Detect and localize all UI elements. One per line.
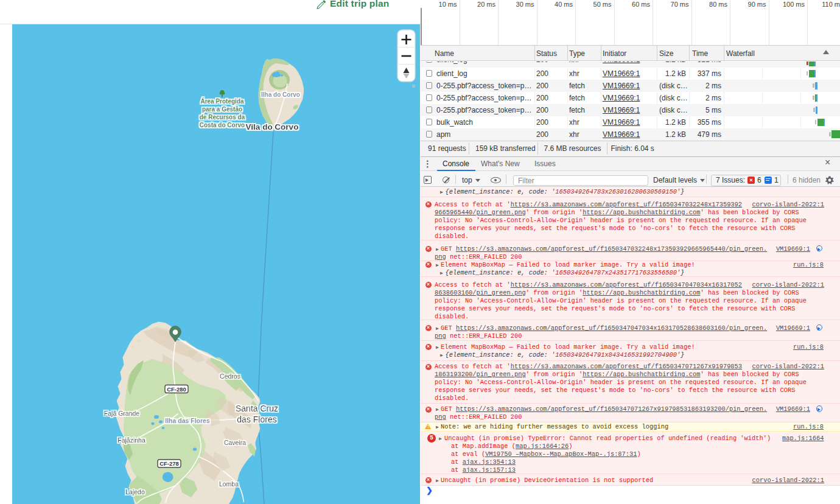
svg-text:Cedros: Cedros: [220, 373, 240, 380]
svg-text:Lomba: Lomba: [219, 480, 239, 488]
svg-text:Santa Cruz: Santa Cruz: [236, 404, 278, 413]
svg-text:das Flores: das Flores: [237, 415, 276, 424]
svg-text:de Recursos da: de Recursos da: [200, 114, 245, 121]
svg-text:Caveira: Caveira: [224, 439, 246, 446]
svg-text:Fajãzinha: Fajãzinha: [117, 436, 145, 444]
svg-text:para a Gestão: para a Gestão: [202, 106, 242, 113]
svg-text:CF-280: CF-280: [167, 386, 186, 393]
svg-text:CF-278: CF-278: [159, 460, 179, 467]
svg-text:Ilha das Flores: Ilha das Flores: [165, 417, 210, 424]
svg-text:Lajedo: Lajedo: [125, 488, 145, 495]
svg-text:Ilha do Corvo: Ilha do Corvo: [261, 91, 300, 98]
svg-text:Fajã Grande: Fajã Grande: [104, 410, 140, 417]
svg-text:Costa do Corvo: Costa do Corvo: [200, 122, 245, 128]
svg-text:Área Protegida: Área Protegida: [200, 97, 244, 105]
svg-text:Vila do Corvo: Vila do Corvo: [246, 122, 299, 131]
